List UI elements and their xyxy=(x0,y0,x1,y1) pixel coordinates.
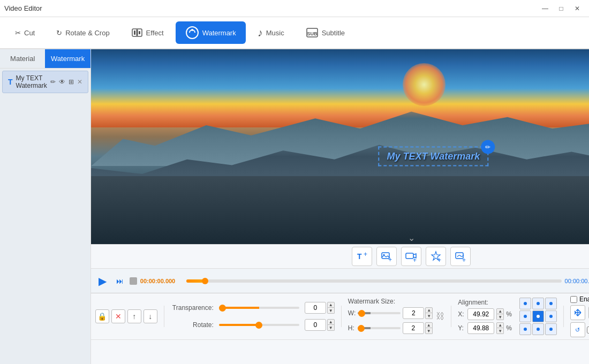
step-forward-button[interactable]: ⏭ xyxy=(112,274,127,289)
w-input[interactable] xyxy=(403,307,424,319)
tab-cut-label: Cut xyxy=(24,29,35,37)
align-tl[interactable] xyxy=(519,298,531,309)
w-slider[interactable] xyxy=(358,312,401,314)
rotate-slider[interactable] xyxy=(219,324,299,326)
move-down-button[interactable]: ↓ xyxy=(144,309,157,323)
svg-text:+: + xyxy=(462,256,466,262)
maximize-button[interactable]: □ xyxy=(554,3,569,14)
move-icon-button[interactable] xyxy=(570,305,585,320)
left-tabs: Material Watermark xyxy=(0,49,90,69)
y-down[interactable]: ▼ xyxy=(496,328,504,334)
align-tr[interactable] xyxy=(545,298,557,309)
title-bar-left: Video Editor xyxy=(4,4,42,12)
play-controls: ▶ ⏭ xyxy=(95,274,137,289)
divider1 xyxy=(164,306,164,327)
close-wm-icon[interactable]: ✕ xyxy=(77,78,82,86)
wm-size-controls: Watermark Size: W: ▲ ▼ xyxy=(348,298,444,335)
w-row: W: ▲ ▼ xyxy=(348,307,433,319)
delete-button[interactable]: ✕ xyxy=(111,309,125,323)
watermark-overlay[interactable]: My TEXT Watermark ✏ xyxy=(378,147,488,166)
h-input-group: ▲ ▼ xyxy=(403,322,433,334)
play-button[interactable]: ▶ xyxy=(95,274,110,289)
align-br[interactable] xyxy=(545,323,557,335)
link-icon[interactable]: ⛓ xyxy=(436,312,444,321)
tab-music[interactable]: ♪ Music xyxy=(248,22,294,43)
align-bl[interactable] xyxy=(519,323,531,335)
align-ml[interactable] xyxy=(519,310,531,322)
h-down[interactable]: ▼ xyxy=(425,328,433,334)
align-bc[interactable] xyxy=(532,323,544,335)
h-label: H: xyxy=(348,324,356,332)
watermark-edit-handle[interactable]: ✏ xyxy=(481,140,495,154)
transparence-input[interactable] xyxy=(305,302,326,314)
copy-wm-icon[interactable]: ⊞ xyxy=(69,78,74,86)
h-input[interactable] xyxy=(403,322,424,334)
wm-size-label: Watermark Size: xyxy=(348,298,444,305)
w-down[interactable]: ▼ xyxy=(425,313,433,319)
watermark-display-text: My TEXT Watermark xyxy=(387,151,480,162)
tab-music-label: Music xyxy=(266,29,284,37)
watermark-layer-item[interactable]: T My TEXT Watermark ✏ 👁 ⊞ ✕ xyxy=(2,71,88,93)
y-row: Y: ▲ ▼ % xyxy=(458,322,512,334)
enable-scrolling-checkbox[interactable] xyxy=(570,296,577,303)
tab-watermark[interactable]: Watermark xyxy=(176,21,246,44)
transparence-input-group: ▲ ▼ xyxy=(305,302,335,314)
collapse-icon[interactable]: ⌄ xyxy=(408,233,415,243)
repeat-icon-button[interactable]: ↺ xyxy=(570,322,585,337)
link-icon-container: ⛓ xyxy=(436,307,444,321)
add-more-wm-button[interactable]: + xyxy=(450,247,471,266)
y-up[interactable]: ▲ xyxy=(496,322,504,328)
repeat-control: ↺ Repeat xyxy=(570,322,589,337)
transparence-row: Transparence: ▲ ▼ xyxy=(171,300,335,315)
h-row: H: ▲ ▼ xyxy=(348,322,433,334)
left-tab-material[interactable]: Material xyxy=(0,49,45,68)
tab-effect-label: Effect xyxy=(146,29,164,37)
align-mr[interactable] xyxy=(545,310,557,322)
align-mc[interactable] xyxy=(532,310,544,322)
tab-bar: ✂ Cut ↻ Rotate & Crop Effect Watermark ♪… xyxy=(0,17,589,49)
y-spinners: ▲ ▼ xyxy=(496,322,504,334)
repeat-checkbox[interactable] xyxy=(587,327,589,333)
rotate-down[interactable]: ▼ xyxy=(327,325,335,331)
svg-rect-13 xyxy=(406,253,413,259)
w-up[interactable]: ▲ xyxy=(425,307,433,313)
h-up[interactable]: ▲ xyxy=(425,322,433,328)
enable-scrolling-check: Enable Scrolling xyxy=(570,295,589,303)
h-slider[interactable] xyxy=(358,327,401,329)
svg-text:T: T xyxy=(357,252,362,261)
cut-icon: ✂ xyxy=(15,29,21,37)
add-text-wm-button[interactable]: T+ xyxy=(352,247,372,266)
main-layout: Material Watermark T My TEXT Watermark ✏… xyxy=(0,49,589,364)
x-input[interactable] xyxy=(467,308,494,320)
watermark-tab-label: Watermark xyxy=(51,55,85,63)
add-effect-wm-button[interactable]: + xyxy=(426,247,446,266)
timeline-thumb[interactable] xyxy=(202,278,208,284)
left-tab-watermark[interactable]: Watermark xyxy=(45,49,90,68)
eye-icon[interactable]: 👁 xyxy=(59,78,65,86)
transparence-slider[interactable] xyxy=(219,307,299,309)
transparence-down[interactable]: ▼ xyxy=(327,308,335,314)
x-down[interactable]: ▼ xyxy=(496,314,504,320)
video-background: My TEXT Watermark ✏ xyxy=(91,49,589,244)
svg-text:SUB: SUB xyxy=(307,31,318,36)
x-row: X: ▲ ▼ % xyxy=(458,308,512,320)
tab-subtitle[interactable]: SUB Subtitle xyxy=(296,22,354,43)
close-button[interactable]: ✕ xyxy=(570,3,585,14)
x-up[interactable]: ▲ xyxy=(496,308,504,314)
tab-cut[interactable]: ✂ Cut xyxy=(5,25,44,41)
rotate-up[interactable]: ▲ xyxy=(327,319,335,325)
minimize-button[interactable]: — xyxy=(538,3,553,14)
move-up-button[interactable]: ↑ xyxy=(127,309,141,323)
transparence-up[interactable]: ▲ xyxy=(327,302,335,308)
align-tc[interactable] xyxy=(532,298,544,309)
stop-button[interactable] xyxy=(130,277,137,285)
lock-button[interactable]: 🔒 xyxy=(95,309,109,323)
add-video-wm-button[interactable]: + xyxy=(401,247,421,266)
timeline-track[interactable] xyxy=(186,279,562,283)
y-input[interactable] xyxy=(467,322,494,334)
x-label: X: xyxy=(458,310,465,318)
tab-effect[interactable]: Effect xyxy=(122,22,173,43)
rotate-input[interactable] xyxy=(305,319,326,331)
tab-rotate[interactable]: ↻ Rotate & Crop xyxy=(47,25,119,41)
add-image-wm-button[interactable]: + xyxy=(376,247,397,266)
